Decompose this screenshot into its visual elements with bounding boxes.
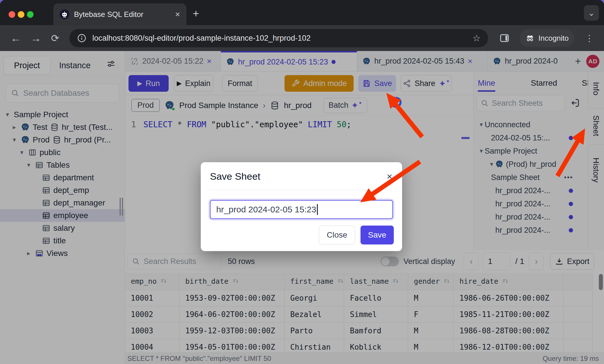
tab-close-icon[interactable]: ×: [175, 10, 180, 19]
browser-menu-icon[interactable]: ⋮: [585, 25, 594, 51]
tab-search-button[interactable]: ⌄: [584, 5, 599, 21]
browser-toolbar: ← → ⟳ localhost:8080/sql-editor/prod-sam…: [0, 25, 604, 51]
traffic-light-minimize[interactable]: [18, 11, 24, 18]
screen: Bytebase SQL Editor × + ⌄ ← → ⟳ localhos…: [0, 0, 604, 364]
incognito-label: Incognito: [538, 34, 569, 43]
back-button[interactable]: ←: [10, 25, 21, 51]
bytebase-favicon-icon: [60, 9, 69, 19]
forward-button[interactable]: →: [30, 25, 41, 51]
reload-button[interactable]: ⟳: [51, 25, 59, 51]
traffic-light-close[interactable]: [9, 11, 15, 18]
browser-tabstrip: Bytebase SQL Editor × + ⌄: [0, 0, 604, 25]
side-panel-icon[interactable]: [499, 25, 510, 51]
dialog-title: Save Sheet: [210, 171, 260, 182]
dialog-save-button[interactable]: Save: [361, 226, 394, 244]
browser-tab-title: Bytebase SQL Editor: [74, 10, 170, 19]
traffic-light-zoom[interactable]: [27, 11, 34, 18]
chevron-down-icon: ⌄: [588, 8, 595, 18]
browser-chrome: Bytebase SQL Editor × + ⌄ ← → ⟳ localhos…: [0, 0, 604, 51]
save-sheet-dialog: Save Sheet × hr_prod 2024-02-05 15:23 Cl…: [201, 162, 402, 251]
incognito-icon: [525, 33, 535, 43]
bookmark-star-icon[interactable]: ☆: [472, 33, 481, 44]
address-bar[interactable]: localhost:8080/sql-editor/prod-sample-in…: [69, 29, 488, 47]
new-tab-button[interactable]: +: [193, 8, 199, 19]
site-info-icon[interactable]: [77, 33, 87, 43]
incognito-badge: Incognito: [520, 29, 574, 47]
browser-tab[interactable]: Bytebase SQL Editor ×: [53, 3, 186, 25]
url-text[interactable]: localhost:8080/sql-editor/prod-sample-in…: [92, 34, 467, 43]
dialog-close-button[interactable]: Close: [319, 226, 355, 244]
sheet-name-value: hr_prod 2024-02-05 15:23: [216, 205, 316, 214]
text-cursor: [317, 204, 318, 215]
